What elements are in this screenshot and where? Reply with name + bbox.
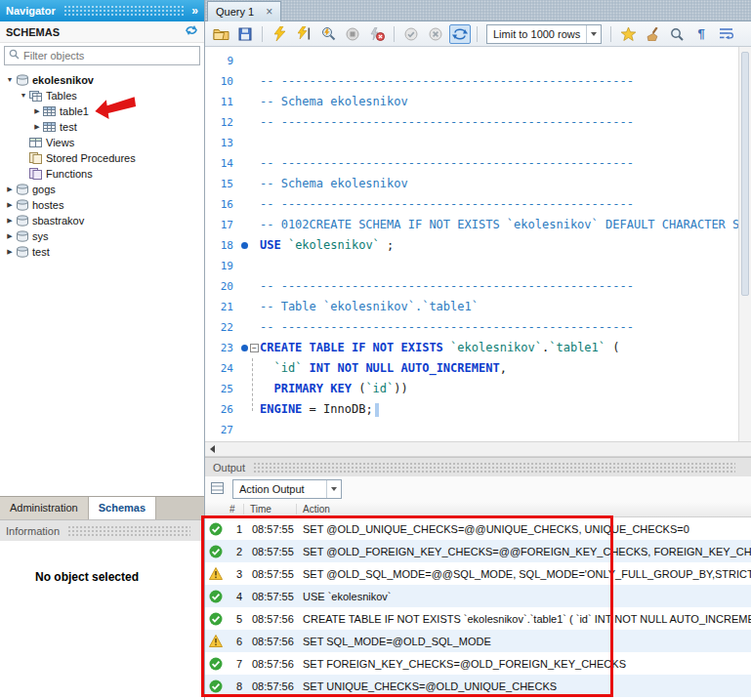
row-index: 7 xyxy=(227,658,244,670)
action-output-select[interactable]: Action Output xyxy=(232,479,342,499)
chevron-right-icon[interactable]: ▶ xyxy=(4,213,16,228)
row-action: SET @OLD_FOREIGN_KEY_CHECKS=@@FOREIGN_KE… xyxy=(297,546,751,557)
save-script-icon[interactable] xyxy=(234,24,256,44)
editor-vscrollbar[interactable] xyxy=(738,47,751,441)
row-limit-value: Limit to 1000 rows xyxy=(493,28,586,40)
execute-icon[interactable] xyxy=(269,24,290,44)
navigator-bottom-tabs: Administration Schemas xyxy=(0,496,204,519)
schemas-header: SCHEMAS xyxy=(6,26,185,38)
tree-item-label: test xyxy=(60,119,77,135)
marker-column xyxy=(238,112,260,133)
output-row-7[interactable]: 708:57:56SET FOREIGN_KEY_CHECKS=@OLD_FOR… xyxy=(205,652,751,675)
save-snippet-icon[interactable] xyxy=(617,24,639,44)
column-header-index[interactable]: # xyxy=(205,504,244,515)
editor-hscrollbar[interactable] xyxy=(205,441,751,457)
collapse-panel-icon[interactable]: » xyxy=(191,4,198,18)
tree-item-hostes[interactable]: ▶hostes xyxy=(0,197,204,213)
column-header-action[interactable]: Action xyxy=(297,504,751,515)
tree-item-gogs[interactable]: ▶gogs xyxy=(0,182,204,197)
filter-input[interactable] xyxy=(23,50,195,62)
find-icon[interactable] xyxy=(666,24,688,44)
output-row-3[interactable]: 308:57:55SET @OLD_SQL_MODE=@@SQL_MODE, S… xyxy=(205,562,751,585)
tree-item-test[interactable]: ▶test xyxy=(0,244,204,260)
open-script-icon[interactable] xyxy=(210,24,231,44)
marker-column xyxy=(238,358,260,379)
editor-line-21: 21-- Table `ekolesnikov`.`table1` xyxy=(205,297,738,317)
tree-item-functions[interactable]: Functions xyxy=(0,166,204,182)
beautify-icon[interactable] xyxy=(642,24,663,44)
rollback-icon[interactable] xyxy=(425,24,446,44)
editor-line-11: 11-- Schema ekolesnikov xyxy=(205,92,738,112)
tree-item-sbastrakov[interactable]: ▶sbastrakov xyxy=(0,213,204,228)
tree-item-views[interactable]: Views xyxy=(0,135,204,150)
row-time: 08:57:56 xyxy=(244,636,297,647)
row-action: SET FOREIGN_KEY_CHECKS=@OLD_FOREIGN_KEY_… xyxy=(297,658,751,670)
fold-guide-line xyxy=(252,358,253,411)
tree-item-label: gogs xyxy=(32,182,56,197)
output-row-8[interactable]: 808:57:56SET UNIQUE_CHECKS=@OLD_UNIQUE_C… xyxy=(205,675,751,697)
close-icon[interactable]: × xyxy=(266,6,272,18)
chevron-right-icon[interactable]: ▶ xyxy=(4,197,16,213)
chevron-right-icon[interactable]: ▶ xyxy=(31,103,43,119)
marker-column xyxy=(238,92,260,112)
filter-box[interactable] xyxy=(4,46,200,65)
tree-item-label: Tables xyxy=(46,88,77,103)
editor-line-12: 12-- -----------------------------------… xyxy=(205,112,738,133)
output-row-4[interactable]: 408:57:55USE `ekolesnikov` xyxy=(205,585,751,607)
editor-line-26: 26ENGINE = InnoDB; xyxy=(205,399,738,420)
tree-item-stored-procedures[interactable]: Stored Procedures xyxy=(0,150,204,166)
tree-item-test[interactable]: ▶test xyxy=(0,119,204,135)
filter-row xyxy=(0,43,204,68)
schema-icon xyxy=(16,74,32,86)
toggle-invisibles-icon[interactable]: ¶ xyxy=(690,24,712,44)
success-icon xyxy=(205,590,227,603)
marker-column xyxy=(238,194,260,215)
chevron-right-icon[interactable]: ▶ xyxy=(4,182,16,197)
chevron-down-icon[interactable]: ▼ xyxy=(18,88,29,103)
vscrollbar-thumb[interactable] xyxy=(741,52,749,296)
editor-line-15: 15-- Schema ekolesnikov xyxy=(205,174,738,194)
code-text: -- Schema ekolesnikov xyxy=(260,92,738,112)
chevron-right-icon[interactable]: ▶ xyxy=(31,119,43,135)
caret xyxy=(375,403,379,417)
output-row-5[interactable]: 508:57:56CREATE TABLE IF NOT EXISTS `eko… xyxy=(205,607,751,630)
commit-icon[interactable] xyxy=(400,24,422,44)
scroll-left-icon[interactable] xyxy=(210,445,215,453)
refresh-icon[interactable] xyxy=(185,24,198,39)
chevron-right-icon[interactable]: ▶ xyxy=(4,244,16,260)
sql-editor[interactable]: 910-- ----------------------------------… xyxy=(205,47,751,441)
toggle-stop-on-error-icon[interactable] xyxy=(366,24,388,44)
line-number: 27 xyxy=(205,420,238,440)
editor-line-18: 18USE `ekolesnikov` ; xyxy=(205,235,738,256)
chevron-down-icon[interactable]: ▼ xyxy=(4,72,16,88)
toggle-autocommit-icon[interactable] xyxy=(449,24,471,44)
toolbar-separator xyxy=(610,26,611,42)
row-limit-select[interactable]: Limit to 1000 rows xyxy=(486,24,602,44)
editor-line-14: 14-- -----------------------------------… xyxy=(205,153,738,174)
toggle-wrap-icon[interactable] xyxy=(715,24,736,44)
code-text: -- -------------------------------------… xyxy=(260,317,738,338)
output-row-2[interactable]: 208:57:55SET @OLD_FOREIGN_KEY_CHECKS=@@F… xyxy=(205,540,751,562)
output-row-1[interactable]: 108:57:55SET @OLD_UNIQUE_CHECKS=@@UNIQUE… xyxy=(205,517,751,540)
stop-icon[interactable] xyxy=(342,24,363,44)
tree-item-tables[interactable]: ▼Tables xyxy=(0,88,204,103)
chevron-down-icon xyxy=(586,25,601,43)
toolbar-separator xyxy=(394,26,395,42)
output-rows: 108:57:55SET @OLD_UNIQUE_CHECKS=@@UNIQUE… xyxy=(205,517,751,700)
fold-collapse-icon[interactable]: − xyxy=(250,344,259,352)
explain-icon[interactable] xyxy=(317,24,339,44)
tree-item-ekolesnikov[interactable]: ▼ekolesnikov xyxy=(0,72,204,88)
tab-query-1[interactable]: Query 1 × xyxy=(207,1,281,21)
execute-current-statement-icon[interactable] xyxy=(293,24,314,44)
line-number: 21 xyxy=(205,297,238,317)
row-time: 08:57:56 xyxy=(244,613,297,625)
warning-icon xyxy=(205,567,227,580)
tab-administration[interactable]: Administration xyxy=(0,497,89,519)
column-header-time[interactable]: Time xyxy=(244,504,297,515)
output-row-6[interactable]: 608:57:56SET SQL_MODE=@OLD_SQL_MODE xyxy=(205,630,751,652)
table-icon xyxy=(43,105,60,117)
tab-schemas[interactable]: Schemas xyxy=(89,497,156,519)
tree-item-table1[interactable]: ▶table1 xyxy=(0,103,204,119)
chevron-right-icon[interactable]: ▶ xyxy=(4,228,16,244)
tree-item-sys[interactable]: ▶sys xyxy=(0,228,204,244)
